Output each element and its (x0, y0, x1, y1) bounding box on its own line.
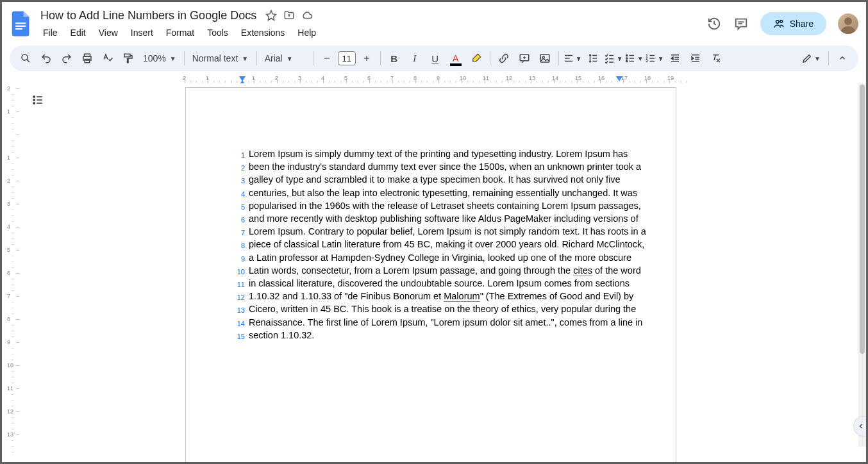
docs-logo[interactable] (10, 12, 33, 35)
text-line[interactable]: 5popularised in the 1960s with the relea… (236, 200, 626, 213)
line-number: 3 (236, 174, 249, 186)
undo-icon[interactable] (37, 49, 56, 68)
text-line[interactable]: 4centuries, but also the leap into elect… (236, 187, 626, 200)
line-text[interactable]: section 1.10.32. (249, 329, 314, 342)
search-menus-icon[interactable] (16, 49, 35, 68)
editing-mode-button[interactable]: ▼ (797, 49, 824, 68)
text-line[interactable]: 121.10.32 and 1.10.33 of "de Finibus Bon… (236, 290, 626, 303)
hide-menus-button[interactable] (833, 49, 852, 68)
clear-formatting-button[interactable] (706, 49, 726, 68)
svg-rect-2 (15, 28, 22, 29)
line-text[interactable]: Renaissance. The first line of Lorem Ips… (249, 317, 642, 329)
decrease-font-size-button[interactable] (317, 49, 337, 68)
font-selector[interactable]: Arial▼ (261, 53, 309, 63)
spellcheck-icon[interactable] (98, 49, 117, 68)
text-line[interactable]: 8piece of classical Latin literature fro… (236, 238, 626, 251)
document-page[interactable]: 1Lorem Ipsum is simply dummy text of the… (185, 87, 676, 462)
zoom-selector[interactable]: 100%▼ (139, 53, 180, 63)
text-line[interactable]: 2been the industry's standard dummy text… (236, 161, 626, 174)
menu-insert[interactable]: Insert (126, 25, 158, 40)
add-comment-button[interactable] (515, 49, 534, 68)
line-text[interactable]: piece of classical Latin literature from… (249, 238, 644, 251)
chevron-down-icon: ▼ (287, 55, 293, 62)
menu-help[interactable]: Help (292, 25, 321, 40)
increase-indent-button[interactable] (686, 49, 705, 68)
outline-toggle-icon[interactable] (29, 91, 47, 109)
menu-edit[interactable]: Edit (65, 25, 91, 40)
account-avatar[interactable] (838, 13, 858, 34)
line-number: 10 (236, 265, 249, 278)
align-button[interactable]: ▼ (563, 49, 582, 68)
scrollbar-vertical[interactable] (858, 83, 866, 447)
line-number: 14 (236, 317, 249, 329)
paint-format-icon[interactable] (119, 49, 138, 68)
redo-icon[interactable] (57, 49, 76, 68)
document-title[interactable]: How to Add Line Numbers in Google Docs (38, 8, 259, 24)
chevron-down-icon: ▼ (814, 55, 821, 62)
menu-file[interactable]: File (38, 25, 63, 40)
text-line[interactable]: 1Lorem Ipsum is simply dummy text of the… (236, 148, 626, 161)
spellcheck-underline[interactable]: Malorum (444, 291, 480, 302)
line-text[interactable]: in classical literature, discovered the … (249, 278, 630, 290)
line-text[interactable]: been the industry's standard dummy text … (249, 161, 641, 174)
italic-button[interactable]: I (405, 49, 424, 68)
line-number: 7 (236, 226, 249, 238)
line-text[interactable]: 1.10.32 and 1.10.33 of "de Finibus Bonor… (249, 290, 633, 303)
share-button[interactable]: Share (760, 12, 826, 35)
text-line[interactable]: 13Cicero, written in 45 BC. This book is… (236, 303, 626, 316)
line-text[interactable]: centuries, but also the leap into electr… (249, 187, 637, 200)
cloud-status-icon[interactable] (301, 10, 313, 21)
star-icon[interactable] (265, 10, 277, 21)
chevron-down-icon: ▼ (170, 55, 176, 62)
underline-button[interactable]: U (426, 49, 445, 68)
line-text[interactable]: Latin words, consectetur, from a Lorem I… (249, 265, 641, 278)
line-text[interactable]: Lorem Ipsum. Contrary to popular belief,… (249, 226, 646, 238)
font-size-input[interactable]: 11 (338, 51, 356, 65)
spellcheck-underline[interactable]: cites (573, 265, 592, 276)
line-text[interactable]: a Latin professor at Hampden-Sydney Coll… (249, 252, 631, 265)
bold-button[interactable]: B (385, 49, 404, 68)
ruler-vertical[interactable]: 2112345678910111213 (2, 83, 20, 462)
text-line[interactable]: 6and more recently with desktop publishi… (236, 213, 626, 226)
menu-extensions[interactable]: Extensions (236, 25, 290, 40)
history-icon[interactable] (706, 16, 722, 31)
line-spacing-button[interactable] (583, 49, 603, 68)
text-line[interactable]: 10Latin words, consectetur, from a Lorem… (236, 265, 626, 278)
menu-bar: FileEditViewInsertFormatToolsExtensionsH… (38, 25, 706, 40)
increase-font-size-button[interactable] (357, 49, 376, 68)
chevron-down-icon: ▼ (658, 55, 664, 62)
line-text[interactable]: popularised in the 1960s with the releas… (249, 200, 641, 213)
line-text[interactable]: and more recently with desktop publishin… (249, 213, 638, 226)
page-content[interactable]: 1Lorem Ipsum is simply dummy text of the… (236, 148, 626, 342)
checklist-button[interactable]: ▼ (604, 49, 623, 68)
chevron-down-icon: ▼ (576, 55, 582, 62)
text-line[interactable]: 15section 1.10.32. (236, 329, 626, 342)
move-icon[interactable] (283, 10, 295, 21)
text-line[interactable]: 7Lorem Ipsum. Contrary to popular belief… (236, 226, 626, 238)
menu-format[interactable]: Format (161, 25, 199, 40)
text-line[interactable]: 11in classical literature, discovered th… (236, 278, 626, 290)
comments-icon[interactable] (733, 16, 749, 31)
menu-view[interactable]: View (94, 25, 123, 40)
print-icon[interactable] (78, 49, 97, 68)
numbered-list-button[interactable]: 123▼ (645, 49, 664, 68)
insert-image-button[interactable] (535, 49, 555, 68)
text-color-button[interactable]: A (446, 49, 465, 68)
side-panel-toggle[interactable] (853, 416, 866, 436)
menu-tools[interactable]: Tools (202, 25, 233, 40)
bulleted-list-button[interactable]: ▼ (624, 49, 644, 68)
paragraph-style-selector[interactable]: Normal text▼ (188, 53, 253, 63)
line-text[interactable]: Cicero, written in 45 BC. This book is a… (249, 303, 636, 316)
line-number: 13 (236, 303, 249, 316)
decrease-indent-button[interactable] (665, 49, 685, 68)
text-line[interactable]: 3galley of type and scrambled it to make… (236, 174, 626, 186)
line-number: 8 (236, 238, 249, 251)
text-line[interactable]: 14Renaissance. The first line of Lorem I… (236, 317, 626, 329)
line-text[interactable]: galley of type and scrambled it to make … (249, 174, 621, 186)
svg-line-9 (27, 60, 29, 62)
svg-rect-1 (15, 26, 26, 27)
highlight-button[interactable] (467, 49, 486, 68)
insert-link-button[interactable] (494, 49, 513, 68)
line-text[interactable]: Lorem Ipsum is simply dummy text of the … (249, 148, 628, 161)
text-line[interactable]: 9a Latin professor at Hampden-Sydney Col… (236, 252, 626, 265)
